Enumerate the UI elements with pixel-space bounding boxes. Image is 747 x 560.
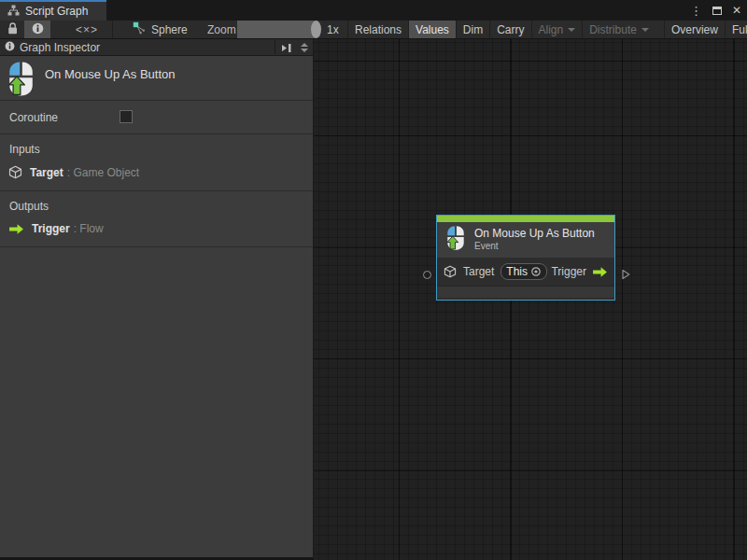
target-value: This [506,265,528,278]
coroutine-label: Coroutine [9,111,58,124]
output-port-name: Trigger [32,222,70,235]
script-graph-window: Script Graph ⋮ ✕ [0,0,747,560]
info-icon [5,41,15,54]
panel-scroll-spinner[interactable] [298,40,311,55]
toolbar-separator [112,21,113,38]
unit-header: On Mouse Up As Button [0,56,313,101]
close-icon[interactable]: ✕ [732,5,741,16]
inputs-title: Inputs [0,143,313,156]
relations-button[interactable]: Relations [347,21,408,38]
dock-icon [280,41,293,54]
outputs-section: Outputs Trigger : Flow [0,191,313,247]
tab-script-graph[interactable]: Script Graph [0,0,106,21]
flow-arrow-icon [592,266,608,278]
overview-button[interactable]: Overview [664,21,725,38]
graph-toolbar: <×> Sphere Zoom 1x Relations Values [0,21,747,39]
full-screen-button[interactable]: Full Screen [725,21,747,38]
input-port-name: Target [30,166,63,179]
node-body: Target This Trigger [437,258,614,286]
outputs-title: Outputs [0,200,313,213]
mouse-up-event-icon [7,61,35,101]
zoom-slider-track[interactable] [237,21,317,38]
tab-title: Script Graph [25,5,88,18]
zoom-slider-handle[interactable] [311,21,321,38]
inspector-toggle-button[interactable] [24,21,50,38]
lock-button[interactable] [0,21,24,38]
node-footer [437,286,614,298]
code-icon: <×> [76,23,98,36]
node-output-label: Trigger [551,265,586,278]
coroutine-row: Coroutine [0,101,313,134]
object-picker-icon[interactable] [530,266,542,277]
align-dropdown[interactable]: Align [531,21,583,38]
panel-title: Graph Inspector [20,41,100,54]
game-object-cube-icon [8,165,22,179]
graph-owner-label: Sphere [151,23,188,36]
unit-title: On Mouse Up As Button [45,67,175,81]
graph-inspector-header: Graph Inspector [0,39,313,56]
node-output-port[interactable] [622,269,630,280]
window-menu-icon[interactable]: ⋮ [690,5,702,17]
carry-button[interactable]: Carry [489,21,530,38]
graph-owner-indicator[interactable]: Sphere [129,21,191,38]
info-icon [32,22,44,37]
node-titles: On Mouse Up As Button Event [474,227,595,253]
node-subtitle: Event [474,241,595,253]
input-port-row: Target : Game Object [8,165,313,179]
header-separator [275,40,275,54]
flow-arrow-icon [8,223,24,235]
target-value-field[interactable]: This [500,263,547,280]
maximize-icon[interactable] [712,7,722,15]
chevron-down-icon [641,28,649,32]
toolbar-buttons: Relations Values Dim Carry Align Distrib… [347,21,747,38]
mouse-up-event-icon [445,225,466,255]
lock-icon [7,21,19,37]
preview-code-button[interactable]: <×> [62,21,112,38]
node-title: On Mouse Up As Button [474,227,595,241]
node-accent-bar [437,216,614,222]
node-header[interactable]: On Mouse Up As Button Event [437,222,614,258]
node-input-label: Target [463,265,494,278]
scroll-up-icon[interactable] [301,43,308,47]
values-button[interactable]: Values [408,21,456,38]
game-object-cube-icon [444,265,457,278]
dock-panel-button[interactable] [278,41,295,54]
zoom-value: 1x [327,21,339,38]
graph-pointer-icon [133,21,146,37]
graph-inspector-panel: Graph Inspector On Mouse Up As Button Co… [0,39,314,560]
dim-button[interactable]: Dim [456,21,489,38]
output-port-row: Trigger : Flow [8,222,313,235]
inputs-section: Inputs Target : Game Object [0,134,313,191]
node-input-port[interactable] [423,271,431,279]
scroll-down-icon[interactable] [301,49,308,52]
on-mouse-up-node[interactable]: On Mouse Up As Button Event Target This … [436,215,615,301]
zoom-label: Zoom [207,21,236,38]
tab-bar: Script Graph ⋮ ✕ [0,0,747,21]
input-port-type: : Game Object [67,166,139,179]
output-port-type: : Flow [74,222,104,235]
coroutine-checkbox[interactable] [120,110,133,123]
graph-hierarchy-icon [7,5,20,19]
window-controls: ⋮ ✕ [690,0,741,21]
distribute-dropdown[interactable]: Distribute [582,21,655,38]
chevron-down-icon [568,28,575,32]
